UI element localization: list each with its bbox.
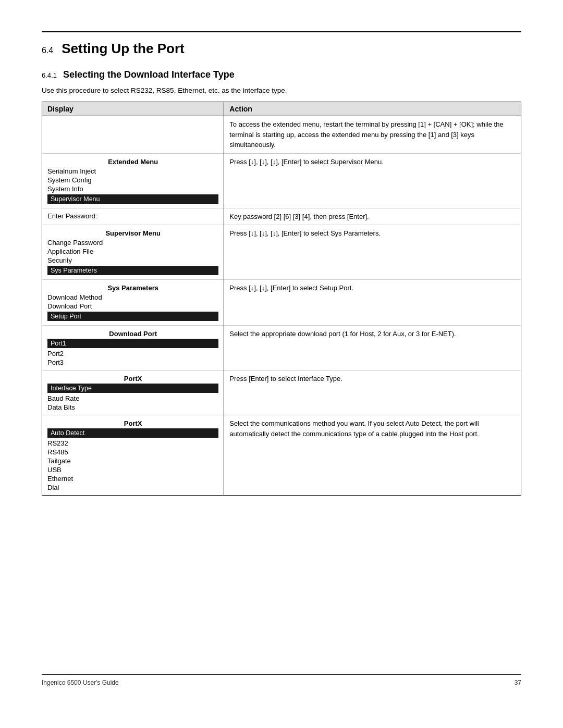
action-text: To access the extended menu, restart the… — [229, 119, 516, 150]
menu-item: Tailgate — [47, 456, 218, 465]
action-cell: Select the communications method you wan… — [224, 415, 521, 496]
menu-item: Dial — [47, 483, 218, 492]
page: 6.4 Setting Up the Port 6.4.1 Selecting … — [0, 0, 563, 728]
highlighted-menu-item: Port1 — [47, 339, 218, 348]
subsection-header: 6.4.1 Selecting the Download Interface T… — [42, 69, 521, 80]
action-cell: Press [↓], [↓], [↓], [Enter] to select S… — [224, 225, 521, 280]
action-cell: Press [↓], [↓], [Enter] to select Setup … — [224, 280, 521, 326]
display-cell: Supervisor MenuChange PasswordApplicatio… — [42, 225, 224, 280]
display-cell: Enter Password: — [42, 208, 224, 225]
section-header: 6.4 Setting Up the Port — [42, 31, 521, 57]
display-cell: Sys ParametersDownload MethodDownload Po… — [42, 280, 224, 326]
footer-right: 37 — [515, 679, 521, 686]
table-row: Enter Password:Key password [2] [6] [3] … — [42, 208, 521, 225]
menu-title: Sys Parameters — [47, 284, 218, 292]
action-cell: Press [↓], [↓], [↓], [Enter] to select S… — [224, 153, 521, 208]
display-cell: PortXInterface TypeBaud RateData Bits — [42, 371, 224, 415]
action-cell: Select the appropriate download port (1 … — [224, 326, 521, 371]
menu-item: Serialnum Inject — [47, 167, 218, 176]
highlighted-menu-item: Supervisor Menu — [47, 194, 218, 204]
table-row: Download PortPort1Port2Port3Select the a… — [42, 326, 521, 371]
section-number: 6.4 — [42, 46, 53, 55]
menu-item: Baud Rate — [47, 394, 218, 403]
highlighted-menu-item: Setup Port — [47, 312, 218, 321]
menu-title: Extended Menu — [47, 158, 218, 166]
section-title: Setting Up the Port — [62, 41, 184, 57]
menu-item: Ethernet — [47, 474, 218, 483]
action-text: Select the communications method you wan… — [229, 418, 516, 439]
display-cell: Extended MenuSerialnum InjectSystem Conf… — [42, 153, 224, 208]
subsection-title: Selecting the Download Interface Type — [63, 69, 235, 80]
highlighted-menu-item: Auto Detect — [47, 428, 218, 438]
menu-item: USB — [47, 465, 218, 474]
table-row: PortXAuto DetectRS232RS485TailgateUSBEth… — [42, 415, 521, 496]
menu-item: Enter Password: — [47, 212, 218, 220]
action-text: Press [↓], [↓], [↓], [Enter] to select S… — [229, 228, 516, 239]
table-row: To access the extended menu, restart the… — [42, 116, 521, 154]
action-text: Press [↓], [↓], [Enter] to select Setup … — [229, 283, 516, 293]
menu-item: Port2 — [47, 349, 218, 358]
display-cell — [42, 116, 224, 154]
footer-left: Ingenico 6500 User's Guide — [42, 679, 119, 686]
menu-title: Supervisor Menu — [47, 229, 218, 237]
footer: Ingenico 6500 User's Guide 37 — [42, 674, 521, 686]
menu-title: PortX — [47, 419, 218, 427]
action-text: Key password [2] [6] [3] [4], then press… — [229, 212, 516, 222]
procedure-table: Display Action To access the extended me… — [42, 102, 521, 496]
menu-title: Download Port — [47, 330, 218, 338]
menu-item: Application File — [47, 247, 218, 256]
menu-item: System Config — [47, 176, 218, 184]
col-header-display: Display — [42, 102, 224, 116]
menu-item: RS485 — [47, 448, 218, 456]
table-row: Sys ParametersDownload MethodDownload Po… — [42, 280, 521, 326]
menu-item: Security — [47, 256, 218, 265]
menu-item: Download Method — [47, 293, 218, 302]
menu-item: Data Bits — [47, 403, 218, 412]
table-row: PortXInterface TypeBaud RateData BitsPre… — [42, 371, 521, 415]
col-header-action: Action — [224, 102, 521, 116]
subsection-number: 6.4.1 — [42, 71, 57, 79]
table-row: Extended MenuSerialnum InjectSystem Conf… — [42, 153, 521, 208]
menu-item: System Info — [47, 184, 218, 193]
menu-item: RS232 — [47, 439, 218, 448]
highlighted-menu-item: Sys Parameters — [47, 266, 218, 275]
display-cell: PortXAuto DetectRS232RS485TailgateUSBEth… — [42, 415, 224, 496]
display-cell: Download PortPort1Port2Port3 — [42, 326, 224, 371]
menu-item: Change Password — [47, 238, 218, 247]
table-row: Supervisor MenuChange PasswordApplicatio… — [42, 225, 521, 280]
action-cell: Key password [2] [6] [3] [4], then press… — [224, 208, 521, 225]
menu-item: Port3 — [47, 358, 218, 367]
action-text: Press [↓], [↓], [↓], [Enter] to select S… — [229, 157, 516, 167]
action-text: Select the appropriate download port (1 … — [229, 329, 516, 339]
menu-item: Download Port — [47, 302, 218, 311]
action-cell: Press [Enter] to select Interface Type. — [224, 371, 521, 415]
highlighted-menu-item: Interface Type — [47, 384, 218, 393]
intro-text: Use this procedure to select RS232, RS85… — [42, 87, 521, 94]
menu-title: PortX — [47, 375, 218, 382]
action-text: Press [Enter] to select Interface Type. — [229, 374, 516, 384]
action-cell: To access the extended menu, restart the… — [224, 116, 521, 154]
